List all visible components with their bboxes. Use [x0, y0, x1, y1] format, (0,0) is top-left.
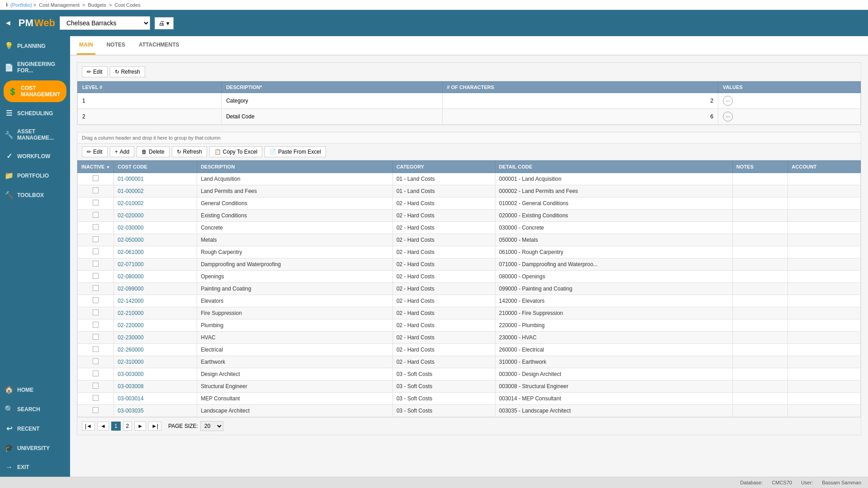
page-prev-button[interactable]: ◄: [97, 422, 109, 431]
sidebar-item-workflow[interactable]: ✓ WORKFLOW: [0, 146, 70, 166]
cost-code-link[interactable]: 02-310000: [118, 359, 143, 365]
inactive-checkbox[interactable]: [93, 310, 99, 315]
inactive-cell: [78, 283, 114, 295]
inactive-checkbox[interactable]: [93, 334, 99, 340]
config-refresh-button[interactable]: ↻ Refresh: [110, 66, 145, 77]
cost-code-link[interactable]: 01-000002: [118, 188, 143, 194]
sidebar-item-portfolio[interactable]: 📁 PORTFOLIO: [0, 166, 70, 185]
cost-code-link[interactable]: 02-080000: [118, 273, 143, 280]
sidebar-item-engineering[interactable]: 📄 ENGINEERING FOR...: [0, 56, 70, 79]
sidebar-item-search[interactable]: 🔍 SEARCH: [0, 399, 70, 419]
config-edit-button[interactable]: ✏ Edit: [82, 66, 108, 77]
sidebar-item-recent[interactable]: ↩ RECENT: [0, 419, 70, 438]
cost-code-link[interactable]: 02-050000: [118, 237, 143, 243]
page-last-button[interactable]: ►|: [148, 422, 161, 431]
account-cell: [788, 222, 861, 234]
grid-paste-excel-button[interactable]: 📄 Paste From Excel: [264, 146, 326, 157]
page-first-button[interactable]: |◄: [82, 422, 95, 431]
sidebar-item-exit[interactable]: → EXIT: [0, 458, 70, 477]
inactive-cell: [78, 344, 114, 356]
tab-notes[interactable]: NOTES: [104, 36, 127, 55]
sidebar-item-scheduling[interactable]: ☰ SCHEDULING: [0, 103, 70, 123]
inactive-checkbox[interactable]: [93, 297, 99, 303]
cost-code-cell: 02-230000: [114, 332, 197, 344]
cost-code-link[interactable]: 02-061000: [118, 249, 143, 255]
cost-code-link[interactable]: 02-071000: [118, 261, 143, 267]
cost-code-link[interactable]: 03-003008: [118, 383, 143, 389]
cost-code-link[interactable]: 02-142000: [118, 298, 143, 304]
inactive-checkbox[interactable]: [93, 285, 99, 291]
cost-code-link[interactable]: 02-020000: [118, 212, 143, 219]
database-label: Database:: [740, 480, 763, 485]
grid-add-button[interactable]: + Add: [110, 146, 134, 157]
inactive-checkbox[interactable]: [93, 175, 99, 181]
cost-code-link[interactable]: 02-210000: [118, 310, 143, 316]
inactive-checkbox[interactable]: [93, 224, 99, 230]
inactive-checkbox[interactable]: [93, 249, 99, 254]
grid-copy-excel-button[interactable]: 📋 Copy To Excel: [209, 146, 262, 157]
cost-code-cell: 03-003014: [114, 393, 197, 405]
inactive-checkbox[interactable]: [93, 383, 99, 389]
page-size-select[interactable]: 20 50 100: [200, 421, 223, 431]
sidebar-item-university[interactable]: 🎓 UNIVERSITY: [0, 438, 70, 458]
cost-code-cell: 02-260000: [114, 344, 197, 356]
cost-code-link[interactable]: 02-230000: [118, 334, 143, 341]
description-cell: Land Acquisition: [197, 173, 393, 185]
sidebar-item-cost-management[interactable]: 💲 COST MANAGEMENT: [4, 80, 66, 102]
sidebar-item-planning[interactable]: 💡 PLANNING: [0, 36, 70, 56]
grid-refresh-button[interactable]: ↻ Refresh: [172, 146, 207, 157]
page-next-button[interactable]: ►: [134, 422, 146, 431]
detail-code-cell: 080000 - Openings: [495, 271, 732, 283]
sidebar-item-toolbox[interactable]: 🔨 TOOLBOX: [0, 185, 70, 205]
cost-code-cell: 02-220000: [114, 319, 197, 332]
portfolio-link[interactable]: (Portfolio): [10, 2, 32, 8]
cost-code-link[interactable]: 02-099000: [118, 286, 143, 292]
cost-code-link[interactable]: 02-030000: [118, 225, 143, 231]
inactive-cell: [78, 295, 114, 307]
grid-edit-button[interactable]: ✏ Edit: [82, 146, 108, 157]
cost-code-cell: 03-003008: [114, 380, 197, 393]
print-button[interactable]: 🖨 ▾: [155, 17, 174, 29]
sidebar-item-home[interactable]: 🏠 HOME: [0, 380, 70, 399]
cost-code-link[interactable]: 03-003035: [118, 408, 143, 414]
inactive-checkbox[interactable]: [93, 407, 99, 413]
inactive-checkbox[interactable]: [93, 358, 99, 364]
cost-code-link[interactable]: 03-003014: [118, 395, 143, 402]
inactive-checkbox[interactable]: [93, 322, 99, 328]
inactive-checkbox[interactable]: [93, 371, 99, 376]
cost-code-cell: 03-003000: [114, 368, 197, 380]
tab-attachments[interactable]: ATTACHMENTS: [137, 36, 182, 55]
inactive-checkbox[interactable]: [93, 200, 99, 206]
sidebar-item-asset-management[interactable]: 🔧 ASSET MANAGEME...: [0, 123, 70, 146]
col-values: VALUES: [718, 82, 860, 93]
values-btn-1[interactable]: ···: [723, 96, 733, 106]
inactive-checkbox[interactable]: [93, 273, 99, 279]
inactive-checkbox[interactable]: [93, 212, 99, 218]
cost-code-link[interactable]: 02-220000: [118, 322, 143, 328]
values-btn-2[interactable]: ···: [723, 112, 733, 122]
cost-code-link[interactable]: 03-003000: [118, 371, 143, 377]
cost-code-link[interactable]: 01-000001: [118, 176, 143, 182]
scheduling-icon: ☰: [5, 109, 14, 117]
page-1-button[interactable]: 1: [111, 422, 121, 431]
table-row: 03-003014 MEP Consultant 03 - Soft Costs…: [78, 393, 861, 405]
inactive-checkbox[interactable]: [93, 346, 99, 352]
inactive-cell: [78, 258, 114, 271]
project-dropdown[interactable]: Chelsea Barracks: [60, 16, 150, 30]
account-cell: [788, 368, 861, 380]
project-selector[interactable]: Chelsea Barracks: [60, 16, 150, 30]
table-row: 01-000002 Land Permits and Fees 01 - Lan…: [78, 185, 861, 197]
grid-delete-button[interactable]: 🗑 Delete: [137, 146, 170, 157]
cost-code-link[interactable]: 02-010002: [118, 200, 143, 206]
inactive-checkbox[interactable]: [93, 188, 99, 193]
refresh-icon: ↻: [115, 69, 119, 75]
inactive-checkbox[interactable]: [93, 236, 99, 242]
page-2-button[interactable]: 2: [123, 422, 132, 431]
description-cell: Design Architect: [197, 368, 393, 380]
tab-main[interactable]: MAIN: [77, 36, 95, 55]
inactive-checkbox[interactable]: [93, 261, 99, 267]
cost-code-link[interactable]: 02-260000: [118, 347, 143, 353]
inactive-checkbox[interactable]: [93, 395, 99, 401]
tab-bar: MAIN NOTES ATTACHMENTS: [70, 36, 868, 56]
back-arrow[interactable]: ◄: [5, 19, 12, 27]
